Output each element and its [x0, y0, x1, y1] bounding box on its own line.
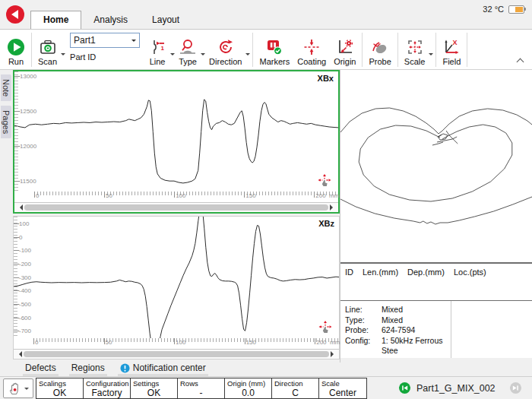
combobox-caret-icon	[131, 40, 136, 44]
run-play-icon	[7, 38, 25, 56]
field-button[interactable]: X Field	[439, 31, 464, 68]
scan-button[interactable]: Scan	[34, 31, 61, 68]
scroll-right-arrow-icon[interactable]	[331, 351, 337, 357]
y-axis-tick-label: -400	[19, 287, 31, 294]
status-cell-direction[interactable]: DirectionC	[272, 378, 319, 398]
direction-button[interactable]: Direction	[205, 31, 245, 68]
pan-tool-icon[interactable]	[318, 320, 333, 335]
status-cell-scalings[interactable]: ScalingsOK	[36, 378, 84, 398]
hand-dropdown-caret-icon	[24, 388, 29, 392]
scan-info-row: Config:1: 50kHz Ferrous Stee	[345, 336, 446, 356]
status-cell-label: Origin (mm)	[225, 378, 271, 388]
scrollbar-thumb[interactable]	[24, 204, 328, 211]
chart-xbx[interactable]: 13000125001200011500 XBx 050100150200mm	[13, 70, 340, 214]
back-arrow-icon	[7, 10, 18, 19]
ribbon-separator	[397, 33, 398, 67]
x-axis-tick-label: 100	[176, 192, 185, 199]
chart-xbz-title: XBz	[318, 219, 334, 228]
tab-regions[interactable]: Regions	[69, 363, 107, 377]
origin-button[interactable]: Origin	[330, 31, 359, 68]
tab-defects[interactable]: Defects	[23, 363, 59, 377]
next-record-icon[interactable]	[510, 382, 521, 394]
info-icon	[120, 363, 130, 373]
ribbon-separator	[362, 33, 363, 67]
tab-home[interactable]: Home	[30, 11, 81, 29]
scroll-left-arrow-icon[interactable]	[17, 204, 23, 211]
x-axis-tick-label: 200	[315, 192, 325, 199]
scan-info-row: Line:Mixed	[345, 305, 446, 315]
coating-button[interactable]: Coating	[293, 31, 330, 68]
scan-info-value: Mixed	[382, 315, 403, 326]
status-cell-origin-mm-[interactable]: Origin (mm)0.0	[225, 378, 272, 398]
waveform-xbz	[14, 217, 339, 338]
scroll-right-arrow-icon[interactable]	[330, 204, 336, 211]
status-cell-scale[interactable]: ScaleCenter	[319, 378, 366, 398]
status-cell-configuration[interactable]: ConfigurationFactory	[84, 378, 131, 398]
chart-xbx-scrollbar[interactable]	[14, 202, 338, 212]
sidebar-tab-pages[interactable]: Pages	[1, 106, 11, 138]
type-button[interactable]: Type	[175, 31, 201, 68]
x-axis-tick	[33, 338, 34, 344]
x-axis-tick	[244, 192, 245, 198]
run-button[interactable]: Run	[3, 31, 29, 68]
status-cell-label: Rows	[178, 378, 224, 388]
y-axis-tick-label: -500	[19, 300, 31, 307]
back-button[interactable]	[6, 5, 24, 24]
chart-xbz-plot[interactable]: 1000-100-200-300-400-500-600-700 XBz	[14, 217, 339, 338]
part-id-value: Part1	[74, 35, 96, 46]
line-button[interactable]: 1 Line	[144, 31, 170, 68]
defect-column-header: Loc.(pts)	[454, 268, 486, 277]
xy-signal-plot[interactable]	[340, 70, 532, 262]
scan-info-value: 624-7594	[382, 325, 415, 336]
chart-xbz[interactable]: 1000-100-200-300-400-500-600-700 XBz 050…	[13, 216, 340, 359]
status-cell-rows[interactable]: Rows-	[178, 378, 225, 398]
status-cell-settings[interactable]: SettingsOK	[131, 378, 178, 398]
chart-xbx-title: XBx	[318, 74, 334, 83]
tab-analysis[interactable]: Analysis	[81, 11, 140, 29]
status-cell-label: Scale	[319, 378, 366, 388]
xy-signal-curve	[359, 125, 512, 201]
sidebar-tab-note[interactable]: Note	[1, 74, 11, 101]
scan-info-label: Probe:	[345, 325, 382, 336]
scroll-left-arrow-icon[interactable]	[16, 351, 22, 357]
side-tab-strip: NotePages	[0, 70, 13, 363]
y-axis-tick-label: 12500	[20, 107, 36, 114]
hand-icon	[8, 381, 23, 396]
status-cell-value: C	[272, 388, 318, 398]
status-cells: ScalingsOKConfigurationFactorySettingsOK…	[36, 378, 367, 399]
ribbon-separator	[435, 33, 436, 67]
main-area: NotePages 13000125001200011500 XBx 05010…	[0, 70, 532, 363]
direction-dropdown-caret[interactable]	[245, 53, 250, 58]
x-axis-tick	[315, 338, 315, 344]
x-axis-tick-label: 50	[106, 192, 112, 199]
right-panel: IDLen.(mm)Dep.(mm)Loc.(pts) Line:MixedTy…	[340, 70, 532, 363]
x-axis-tick	[34, 192, 35, 198]
status-cell-value: Factory	[84, 388, 130, 398]
defect-column-header: Len.(mm)	[363, 268, 398, 277]
ribbon-separator	[467, 33, 467, 67]
collapse-ribbon-icon[interactable]	[517, 59, 524, 66]
previous-record-icon[interactable]	[399, 382, 410, 394]
defect-column-header: Dep.(mm)	[407, 268, 445, 277]
tab-notification-center[interactable]: Notification center	[118, 363, 208, 377]
scan-info-label: Config:	[345, 336, 382, 356]
y-axis-tick-label: -700	[19, 328, 31, 334]
chart-xbx-plot[interactable]: 13000125001200011500 XBx	[14, 71, 338, 192]
probe-button[interactable]: Probe	[365, 31, 394, 68]
part-id-combobox[interactable]: Part1	[70, 33, 140, 48]
scrollbar-thumb[interactable]	[24, 351, 329, 357]
x-axis-ruler: 050100150200mm	[14, 338, 339, 349]
status-bar: ScalingsOKConfigurationFactorySettingsOK…	[0, 376, 532, 399]
part-id-group: Part1 Part ID	[65, 31, 144, 68]
hand-tool-button[interactable]	[3, 378, 33, 398]
scan-info-panel: Line:MixedType:MixedProbe:624-7594Config…	[340, 300, 532, 358]
y-axis-tick-label: 11500	[20, 178, 36, 185]
scale-dropdown-caret[interactable]	[429, 53, 433, 58]
chart-xbz-scrollbar[interactable]	[14, 349, 339, 359]
tab-layout[interactable]: Layout	[140, 11, 192, 29]
pan-tool-icon[interactable]	[317, 173, 332, 188]
scale-button[interactable]: Scale	[401, 31, 429, 68]
direction-icon	[217, 38, 235, 56]
markers-icon	[265, 38, 283, 56]
markers-button[interactable]: Markers	[255, 31, 293, 68]
